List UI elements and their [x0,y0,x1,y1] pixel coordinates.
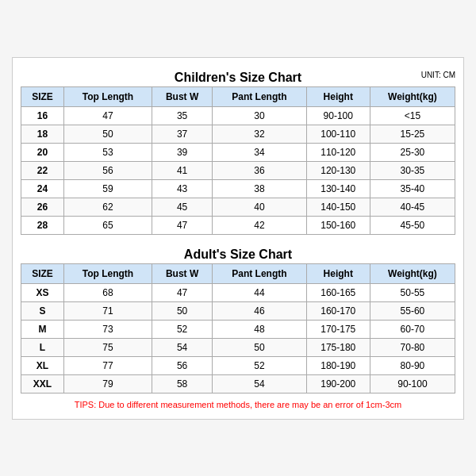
table-cell: 40-45 [370,198,455,216]
adult-tbody: XS684744160-16550-55S715046160-17055-60M… [21,283,455,393]
table-cell: 150-160 [306,216,370,234]
table-cell: 54 [152,338,213,356]
table-row: S715046160-17055-60 [21,301,455,320]
table-row: 28654742150-16045-50 [21,216,455,234]
table-row: XS684744160-16550-55 [21,283,455,301]
children-tbody: 1647353090-100<1518503732100-11015-25205… [21,106,455,234]
table-cell: 43 [152,179,213,198]
table-cell: <15 [370,106,455,125]
table-cell: 70-80 [370,338,455,356]
table-row: 24594338130-14035-40 [21,179,455,198]
table-cell: 170-175 [306,320,370,338]
table-cell: 50 [63,125,152,143]
table-cell: 22 [21,161,64,179]
table-cell: 59 [63,179,152,198]
table-cell: 68 [63,283,152,301]
table-cell: 110-120 [306,143,370,161]
table-cell: 47 [152,283,213,301]
table-row: 22564136120-13030-35 [21,161,455,179]
adult-table: SIZE Top Length Bust W Pant Length Heigh… [21,263,455,393]
table-cell: 25-30 [370,143,455,161]
table-cell: 30-35 [370,161,455,179]
table-cell: 54 [213,374,306,393]
children-col-height: Height [306,86,370,106]
table-cell: 90-100 [370,374,455,393]
table-cell: 52 [213,356,306,374]
adult-col-size: SIZE [21,263,64,283]
table-cell: 140-150 [306,198,370,216]
children-table: SIZE Top Length Bust W Pant Length Heigh… [21,86,455,235]
table-cell: 130-140 [306,179,370,198]
children-col-toplength: Top Length [63,86,152,106]
children-title: Children's Size Chart UNIT: CM [21,66,455,86]
table-cell: 46 [213,301,306,320]
table-cell: 50-55 [370,283,455,301]
table-cell: XXL [21,374,64,393]
table-cell: 47 [152,216,213,234]
adult-col-pantlength: Pant Length [213,263,306,283]
table-cell: 37 [152,125,213,143]
table-cell: 190-200 [306,374,370,393]
table-row: 1647353090-100<15 [21,106,455,125]
table-row: M735248170-17560-70 [21,320,455,338]
table-cell: 45-50 [370,216,455,234]
table-cell: 18 [21,125,64,143]
children-header-row: SIZE Top Length Bust W Pant Length Heigh… [21,86,455,106]
adult-title-text: Adult's Size Chart [184,248,292,261]
table-cell: 71 [63,301,152,320]
table-cell: 52 [152,320,213,338]
table-cell: 35-40 [370,179,455,198]
table-cell: 24 [21,179,64,198]
table-row: 18503732100-11015-25 [21,125,455,143]
table-cell: 48 [213,320,306,338]
table-cell: 56 [63,161,152,179]
table-cell: 34 [213,143,306,161]
unit-label: UNIT: CM [421,71,455,79]
table-cell: 40 [213,198,306,216]
table-cell: 50 [152,301,213,320]
children-col-pantlength: Pant Length [213,86,306,106]
table-cell: 16 [21,106,64,125]
table-cell: XL [21,356,64,374]
table-cell: 56 [152,356,213,374]
children-col-size: SIZE [21,86,64,106]
table-cell: 53 [63,143,152,161]
children-title-text: Children's Size Chart [175,71,301,84]
table-cell: 36 [213,161,306,179]
table-cell: 90-100 [306,106,370,125]
table-row: 26624540140-15040-45 [21,198,455,216]
chart-container: Children's Size Chart UNIT: CM SIZE Top … [12,57,464,420]
adult-title: Adult's Size Chart [21,243,455,263]
table-cell: 42 [213,216,306,234]
table-cell: 26 [21,198,64,216]
adult-col-bustw: Bust W [152,263,213,283]
table-cell: 65 [63,216,152,234]
table-cell: XS [21,283,64,301]
table-cell: 20 [21,143,64,161]
table-cell: 28 [21,216,64,234]
table-cell: 100-110 [306,125,370,143]
table-cell: 50 [213,338,306,356]
table-cell: S [21,301,64,320]
table-row: L755450175-18070-80 [21,338,455,356]
table-cell: 30 [213,106,306,125]
table-cell: 38 [213,179,306,198]
table-row: XXL795854190-20090-100 [21,374,455,393]
table-cell: 45 [152,198,213,216]
table-cell: 47 [63,106,152,125]
table-cell: 75 [63,338,152,356]
table-cell: M [21,320,64,338]
table-cell: 39 [152,143,213,161]
table-cell: 55-60 [370,301,455,320]
table-cell: 79 [63,374,152,393]
tips-text: TIPS: Due to different measurement metho… [21,397,455,411]
table-cell: 80-90 [370,356,455,374]
children-col-weight: Weight(kg) [370,86,455,106]
adult-col-toplength: Top Length [63,263,152,283]
table-cell: 15-25 [370,125,455,143]
table-cell: 180-190 [306,356,370,374]
adult-col-weight: Weight(kg) [370,263,455,283]
table-cell: 77 [63,356,152,374]
table-cell: 160-165 [306,283,370,301]
table-cell: 62 [63,198,152,216]
